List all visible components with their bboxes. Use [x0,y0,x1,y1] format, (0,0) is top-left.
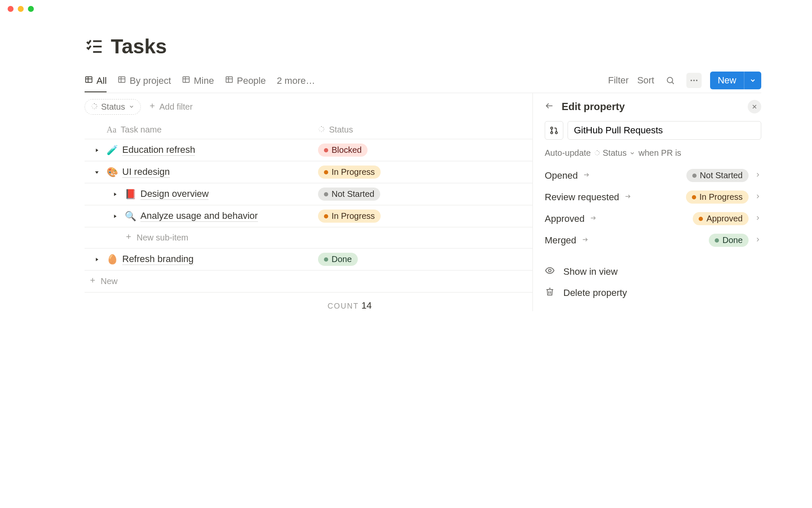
property-name-input[interactable] [568,121,761,140]
back-button[interactable] [545,101,554,112]
svg-point-22 [96,106,97,107]
mapping-row[interactable]: Review requested In Progress [545,186,761,208]
status-badge[interactable]: Approved [693,212,749,225]
page-title: Tasks [111,35,167,58]
svg-point-34 [321,131,322,132]
delete-property-button[interactable]: Delete property [545,282,761,304]
trash-icon [545,287,555,299]
task-emoji: 🔍 [125,211,136,222]
table-row[interactable]: 🥚 Refresh branding Done [85,248,532,271]
column-header-name[interactable]: Aa Task name [107,125,318,135]
toggle-button[interactable] [85,191,125,197]
filter-button[interactable]: Filter [608,75,629,86]
task-title[interactable]: UI redesign [122,166,170,178]
window-zoom-button[interactable] [28,6,34,12]
status-badge[interactable]: Not Started [318,188,380,201]
svg-point-25 [92,108,93,108]
status-badge[interactable]: Done [709,234,749,247]
table-row[interactable]: 🧪 Education refresh Blocked [85,139,532,161]
status-badge[interactable]: Not Started [686,169,749,182]
svg-point-23 [96,108,96,108]
mapping-row[interactable]: Approved Approved [545,208,761,229]
status-badge[interactable]: In Progress [686,190,749,204]
task-title[interactable]: Refresh branding [122,254,194,265]
mapping-row[interactable]: Opened Not Started [545,165,761,186]
table-icon [85,75,93,86]
svg-point-19 [696,80,698,81]
text-type-icon: Aa [107,125,116,135]
svg-point-37 [319,127,320,128]
chevron-right-icon [754,171,761,180]
svg-point-17 [691,80,692,81]
mapping-row[interactable]: Merged Done [545,229,761,251]
new-row-button[interactable]: New [85,271,532,293]
show-in-view-button[interactable]: Show in view [545,261,761,282]
view-tab-people[interactable]: People [225,72,266,92]
svg-point-60 [549,269,551,272]
new-subitem-button[interactable]: New sub-item [85,227,532,248]
svg-point-47 [555,132,557,134]
window-minimize-button[interactable] [18,6,24,12]
task-title[interactable]: Education refresh [122,144,195,156]
svg-point-35 [319,130,320,131]
auto-update-target-dropdown[interactable]: Status [594,148,635,158]
column-header-status[interactable]: Status [318,125,353,135]
table-row[interactable]: 🔍 Analyze usage and behavior In Progress [85,205,532,227]
toggle-button[interactable] [85,213,125,219]
status-badge[interactable]: Blocked [318,144,368,157]
task-emoji: 🧪 [107,145,118,156]
new-button[interactable]: New [710,72,744,89]
plus-icon [125,233,132,243]
toggle-button[interactable] [85,169,107,175]
table-icon [118,75,126,86]
svg-point-52 [597,155,598,155]
views-bar: All By project Mine People 2 more… Filte… [85,72,761,93]
svg-point-27 [92,104,93,105]
svg-point-51 [598,154,599,155]
svg-rect-12 [226,77,232,82]
view-tab-mine[interactable]: Mine [182,72,214,92]
svg-point-46 [551,132,553,134]
status-badge[interactable]: In Progress [318,210,381,223]
chevron-right-icon [754,236,761,245]
search-button[interactable] [663,73,678,88]
svg-point-50 [599,152,600,153]
view-tab-all[interactable]: All [85,72,107,92]
svg-point-30 [321,126,322,127]
auto-update-line: Auto-update Status when PR is [545,148,761,158]
status-badge[interactable]: Done [318,253,358,266]
git-pr-icon[interactable] [545,121,563,140]
plus-icon [148,102,156,112]
view-tab-more[interactable]: 2 more… [277,72,315,92]
table-header: Aa Task name Status [85,121,532,139]
new-button-group: New [710,72,761,89]
arrow-right-icon [582,236,589,245]
filter-pill-status[interactable]: Status [85,99,141,115]
sort-button[interactable]: Sort [637,75,654,86]
close-button[interactable] [748,100,761,113]
svg-point-18 [693,80,695,81]
new-dropdown-button[interactable] [744,72,761,89]
more-options-button[interactable] [686,73,702,88]
svg-point-24 [94,108,95,109]
table-icon [182,75,190,86]
window-close-button[interactable] [8,6,14,12]
table-row[interactable]: 🎨 UI redesign In Progress [85,161,532,183]
arrow-right-icon [583,171,590,180]
panel-title: Edit property [562,101,625,113]
table-row[interactable]: 📕 Design overview Not Started [85,183,532,205]
task-title[interactable]: Design overview [140,188,208,200]
toggle-button[interactable] [85,147,107,153]
svg-point-48 [597,150,598,151]
property-panel: Edit property Auto-update Status when [533,93,761,311]
toggle-button[interactable] [85,257,107,262]
task-emoji: 🥚 [107,254,118,265]
task-title[interactable]: Analyze usage and behavior [140,210,258,222]
svg-point-33 [323,130,324,131]
svg-point-21 [96,104,96,105]
status-badge[interactable]: In Progress [318,166,381,179]
svg-point-54 [595,152,595,153]
view-tab-by-project[interactable]: By project [118,72,171,92]
add-filter-button[interactable]: Add filter [148,102,193,112]
task-emoji: 🎨 [107,167,118,178]
